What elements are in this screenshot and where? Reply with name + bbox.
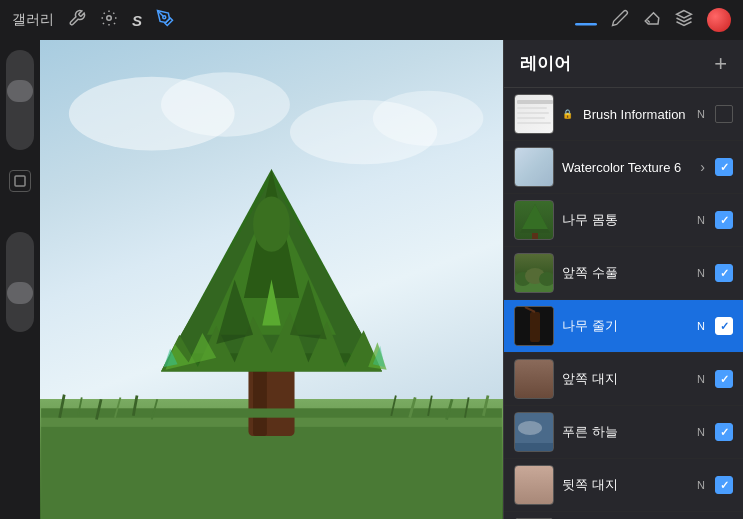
layer-item[interactable]: 나무 줄기N bbox=[504, 300, 743, 353]
lock-icon: 🔒 bbox=[562, 109, 573, 119]
layer-name: 앞쪽 대지 bbox=[562, 370, 689, 388]
layers-icon[interactable] bbox=[675, 9, 693, 32]
tree-painting bbox=[40, 40, 503, 519]
layer-visibility-checkbox[interactable] bbox=[715, 423, 733, 441]
layer-thumbnail bbox=[514, 253, 554, 293]
toolbar-left: 갤러리 S bbox=[12, 9, 174, 32]
brush-icon[interactable] bbox=[575, 10, 597, 31]
svg-point-1 bbox=[163, 15, 166, 18]
svg-rect-10 bbox=[41, 427, 502, 519]
layer-visibility-checkbox[interactable] bbox=[715, 264, 733, 282]
layer-mode: N bbox=[697, 214, 705, 226]
layer-mode: N bbox=[697, 373, 705, 385]
layer-name: 나무 줄기 bbox=[562, 317, 689, 335]
layer-group-arrow[interactable]: › bbox=[700, 159, 705, 175]
pen-nib-icon[interactable] bbox=[156, 9, 174, 32]
layer-name: 앞쪽 수풀 bbox=[562, 264, 689, 282]
svg-marker-48 bbox=[522, 204, 548, 229]
svg-rect-2 bbox=[575, 23, 597, 26]
layer-item[interactable]: 배경 색상 bbox=[504, 512, 743, 519]
layer-mode: N bbox=[697, 479, 705, 491]
svg-rect-46 bbox=[517, 122, 551, 124]
layers-list: 🔒Brush InformationNWatercolor Texture 6›… bbox=[504, 88, 743, 519]
opacity-slider[interactable] bbox=[6, 50, 34, 150]
layers-title: 레이어 bbox=[520, 52, 571, 75]
layer-thumbnail bbox=[514, 412, 554, 452]
size-slider-thumb[interactable] bbox=[7, 282, 33, 304]
size-slider[interactable] bbox=[6, 232, 34, 332]
layer-name: Brush Information bbox=[583, 107, 689, 122]
layer-item[interactable]: 푸른 하늘N bbox=[504, 406, 743, 459]
svg-rect-29 bbox=[41, 408, 502, 417]
wrench-icon[interactable] bbox=[68, 9, 86, 32]
color-dot[interactable] bbox=[707, 8, 731, 32]
svg-rect-43 bbox=[517, 107, 547, 109]
svg-rect-42 bbox=[517, 100, 553, 104]
eraser-icon[interactable] bbox=[643, 9, 661, 32]
opacity-slider-thumb[interactable] bbox=[7, 80, 33, 102]
svg-point-21 bbox=[253, 197, 290, 252]
svg-rect-44 bbox=[517, 112, 549, 114]
svg-point-6 bbox=[161, 72, 290, 136]
toolbar-right bbox=[575, 8, 731, 32]
layer-visibility-checkbox[interactable] bbox=[715, 370, 733, 388]
layer-thumbnail bbox=[514, 147, 554, 187]
svg-rect-58 bbox=[515, 443, 554, 452]
layer-mode: N bbox=[697, 426, 705, 438]
layer-thumbnail bbox=[514, 94, 554, 134]
layer-square-icon[interactable] bbox=[715, 105, 733, 123]
adjust-icon[interactable] bbox=[100, 9, 118, 32]
gallery-label[interactable]: 갤러리 bbox=[12, 11, 54, 29]
layer-item[interactable]: Watercolor Texture 6› bbox=[504, 141, 743, 194]
svg-point-8 bbox=[373, 91, 484, 146]
layer-thumbnail bbox=[514, 465, 554, 505]
stylus-icon[interactable] bbox=[611, 9, 629, 32]
svg-marker-3 bbox=[677, 10, 692, 18]
layer-name: 나무 몸통 bbox=[562, 211, 689, 229]
layer-thumbnail bbox=[514, 200, 554, 240]
svg-rect-45 bbox=[517, 117, 545, 119]
layer-item[interactable]: 나무 몸통N bbox=[504, 194, 743, 247]
layer-name: 푸른 하늘 bbox=[562, 423, 689, 441]
layer-item[interactable]: 🔒Brush InformationN bbox=[504, 88, 743, 141]
layer-item[interactable]: 앞쪽 대지N bbox=[504, 353, 743, 406]
layer-name: 뒷쪽 대지 bbox=[562, 476, 689, 494]
layer-name: Watercolor Texture 6 bbox=[562, 160, 692, 175]
svg-rect-12 bbox=[253, 362, 267, 436]
svg-point-0 bbox=[107, 15, 112, 20]
layers-panel: 레이어 + 🔒Brush InformationNWatercolor Text… bbox=[503, 40, 743, 519]
layer-thumbnail bbox=[514, 359, 554, 399]
layer-item[interactable]: 앞쪽 수풀N bbox=[504, 247, 743, 300]
selection-icon[interactable] bbox=[9, 170, 31, 192]
layer-mode: N bbox=[697, 108, 705, 120]
s-shape-icon[interactable]: S bbox=[132, 12, 142, 29]
svg-rect-49 bbox=[532, 233, 538, 240]
painting bbox=[40, 40, 503, 519]
layer-mode: N bbox=[697, 267, 705, 279]
layers-header: 레이어 + bbox=[504, 40, 743, 88]
layer-visibility-checkbox[interactable] bbox=[715, 317, 733, 335]
svg-rect-55 bbox=[530, 312, 540, 342]
layer-visibility-checkbox[interactable] bbox=[715, 476, 733, 494]
layer-item[interactable]: 뒷쪽 대지N bbox=[504, 459, 743, 512]
layer-visibility-checkbox[interactable] bbox=[715, 211, 733, 229]
toolbar: 갤러리 S bbox=[0, 0, 743, 40]
layer-thumbnail bbox=[514, 306, 554, 346]
svg-point-59 bbox=[518, 421, 542, 435]
layers-add-button[interactable]: + bbox=[714, 53, 727, 75]
layer-mode: N bbox=[697, 320, 705, 332]
svg-rect-4 bbox=[15, 176, 25, 186]
left-sidebar bbox=[0, 40, 40, 519]
layer-visibility-checkbox[interactable] bbox=[715, 158, 733, 176]
